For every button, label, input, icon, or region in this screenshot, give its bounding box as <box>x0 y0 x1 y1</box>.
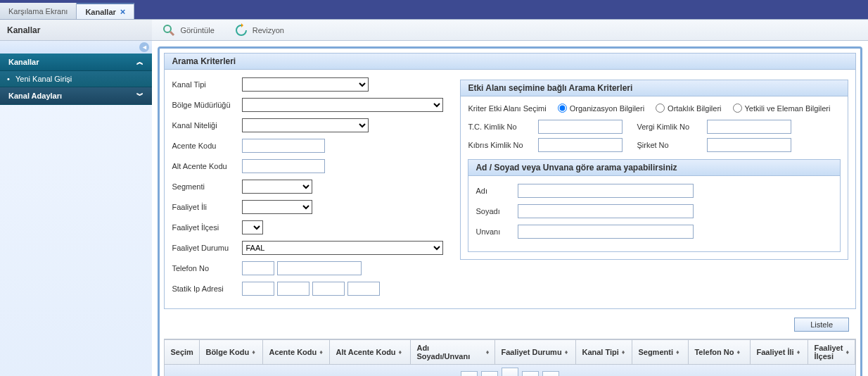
tabs-bar: Karşılama Ekranı Kanallar × <box>0 3 868 20</box>
sort-icon: ♦ <box>565 349 568 356</box>
label-faaliyet-ili: Faaliyet İli <box>172 203 242 211</box>
radio-partner[interactable]: Ortaklık Bilgileri <box>656 104 721 113</box>
sort-icon: ♦ <box>736 349 740 356</box>
tab-welcome[interactable]: Karşılama Ekranı <box>0 3 77 19</box>
sidebar-item-new-channel[interactable]: Yeni Kanal Girişi <box>0 71 152 87</box>
col-kanal-tipi[interactable]: Kanal Tipi♦ <box>576 340 632 364</box>
close-icon[interactable]: × <box>120 6 126 17</box>
ip-1-input[interactable] <box>242 282 274 296</box>
sort-icon: ♦ <box>252 349 255 356</box>
label-adi: Adı <box>476 187 518 195</box>
refresh-icon <box>234 23 248 37</box>
sort-icon: ♦ <box>676 349 679 356</box>
col-faaliyet-ilcesi[interactable]: Faaliyet İlçesi♦ <box>808 340 855 364</box>
chevron-up-icon: ︽ <box>136 57 143 67</box>
sort-icon: ♦ <box>845 349 849 356</box>
telefon-number-input[interactable] <box>277 261 362 275</box>
col-telefon-no[interactable]: Telefon No♦ <box>689 340 751 364</box>
faaliyet-durumu-select[interactable]: FAAL <box>242 241 443 255</box>
label-soyadi: Soyadı <box>476 207 518 215</box>
svg-line-1 <box>170 32 174 35</box>
col-adi-soyadi[interactable]: Adı Soyadı/Unvanı♦ <box>411 340 495 364</box>
tab-channels[interactable]: Kanallar × <box>77 3 134 19</box>
sirket-no-input[interactable] <box>707 138 791 152</box>
search-criteria-header: Arama Kriterleri <box>165 54 855 70</box>
acente-kodu-input[interactable] <box>242 139 325 153</box>
label-telefon-no: Telefon No <box>172 264 242 272</box>
list-button[interactable]: Listele <box>794 318 849 332</box>
adi-input[interactable] <box>518 184 694 198</box>
page-title: Kanallar <box>0 20 152 41</box>
vergi-kimlik-input[interactable] <box>707 120 791 134</box>
segmenti-select[interactable] <box>242 180 312 194</box>
sort-icon: ♦ <box>797 349 800 356</box>
label-faaliyet-ilcesi: Faaliyet İlçesi <box>172 223 242 232</box>
label-kanal-tipi: Kanal Tipi <box>172 80 242 89</box>
radio-org[interactable]: Organizasyon Bilgileri <box>558 104 644 113</box>
pager-next[interactable]: » <box>522 371 539 376</box>
telefon-area-input[interactable] <box>242 261 274 275</box>
ip-3-input[interactable] <box>312 282 345 296</box>
col-alt-acente-kodu[interactable]: Alt Acente Kodu♦ <box>330 340 411 364</box>
sort-icon: ♦ <box>622 349 625 356</box>
domain-criteria-header: Etki Alanı seçimine bağlı Arama Kriterle… <box>461 80 848 96</box>
view-button[interactable]: Görüntüle <box>156 21 219 39</box>
soyadi-input[interactable] <box>518 204 694 218</box>
svg-point-0 <box>164 25 171 32</box>
col-segmenti[interactable]: Segmenti♦ <box>632 340 689 364</box>
label-acente-kodu: Acente Kodu <box>172 142 242 150</box>
label-sirket-no: Şirket No <box>637 141 707 149</box>
pager-prev[interactable]: « <box>481 371 498 376</box>
faaliyet-ilcesi-select[interactable] <box>242 220 263 234</box>
col-faaliyet-durumu[interactable]: Faaliyet Durumu♦ <box>495 340 576 364</box>
kanal-tipi-select[interactable] <box>242 77 369 92</box>
ip-4-input[interactable] <box>347 282 380 296</box>
revision-button[interactable]: Revizyon <box>229 21 290 39</box>
results-table: Seçim Bölge Kodu♦ Acente Kodu♦ Alt Acent… <box>164 339 856 376</box>
kanal-niteligi-select[interactable] <box>242 118 369 132</box>
sidebar-section-channels[interactable]: Kanallar︽ <box>0 54 152 71</box>
bolge-mudurlugu-select[interactable] <box>242 98 443 112</box>
col-secim[interactable]: Seçim <box>165 340 200 364</box>
ip-2-input[interactable] <box>277 282 309 296</box>
pager-current[interactable] <box>502 368 518 376</box>
col-faaliyet-ili[interactable]: Faaliyet İli♦ <box>751 340 808 364</box>
chevron-down-icon: ︾ <box>136 91 143 101</box>
label-segmenti: Segmenti <box>172 182 242 191</box>
tc-kimlik-input[interactable] <box>538 120 623 134</box>
radio-staff[interactable]: Yetkili ve Eleman Bilgileri <box>733 104 831 113</box>
unvani-input[interactable] <box>518 225 694 239</box>
col-acente-kodu[interactable]: Acente Kodu♦ <box>263 340 330 364</box>
kibris-kimlik-input[interactable] <box>538 138 623 152</box>
search-icon <box>162 23 176 37</box>
sort-icon: ♦ <box>319 349 323 356</box>
label-kriter-etki: Kriter Etki Alanı Seçimi <box>468 104 546 113</box>
label-unvani: Unvanı <box>476 227 518 236</box>
pager-last[interactable]: »» <box>542 371 559 376</box>
label-faaliyet-durumu: Faaliyet Durumu <box>172 244 242 252</box>
label-kibris-kimlik: Kıbrıs Kimlik No <box>468 141 538 149</box>
label-alt-acente-kodu: Alt Acente Kodu <box>172 162 242 170</box>
label-statik-ip: Statik Ip Adresi <box>172 284 242 293</box>
toolbar: Görüntüle Revizyon <box>152 20 868 41</box>
collapse-sidebar-icon[interactable]: ◄ <box>139 42 149 52</box>
label-tc-kimlik: T.C. Kimlik No <box>468 123 538 131</box>
label-bolge-mudurlugu: Bölge Müdürlüğü <box>172 101 242 109</box>
pager: «« « » »» <box>164 365 856 376</box>
name-search-header: Ad / Soyad veya Unvana göre arama yapabi… <box>468 160 840 176</box>
col-bolge-kodu[interactable]: Bölge Kodu♦ <box>200 340 263 364</box>
label-kanal-niteligi: Kanal Niteliği <box>172 121 242 130</box>
alt-acente-kodu-input[interactable] <box>242 159 325 173</box>
faaliyet-ili-select[interactable] <box>242 200 312 214</box>
label-vergi-kimlik: Vergi Kimlik No <box>637 123 707 131</box>
pager-first[interactable]: «« <box>461 371 478 376</box>
sidebar-section-candidates[interactable]: Kanal Adayları︾ <box>0 87 152 105</box>
sort-icon: ♦ <box>399 349 402 356</box>
sort-icon: ♦ <box>486 349 490 356</box>
